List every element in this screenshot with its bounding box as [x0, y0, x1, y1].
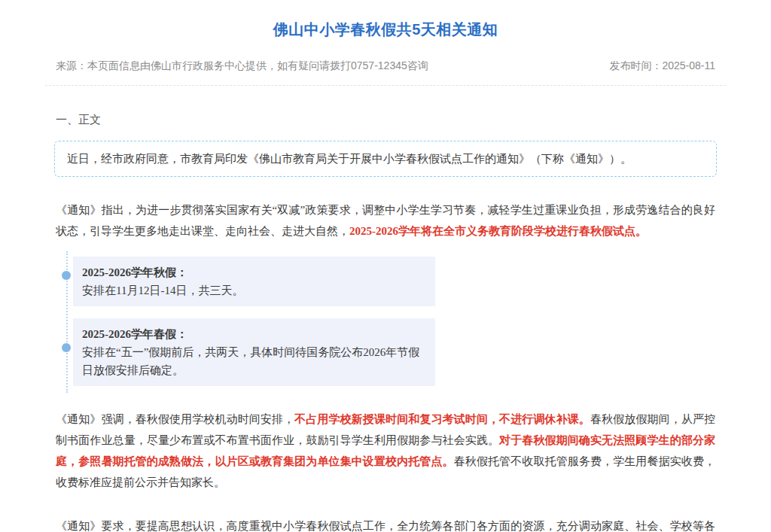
paragraph-2-highlight: 不占用学校新授课时间和复习考试时间，不进行调休补课。 — [294, 413, 590, 425]
paragraph-1-highlight: 2025-2026学年将在全市义务教育阶段学校进行春秋假试点。 — [349, 225, 647, 237]
paragraph-2-text: 《通知》强调，春秋假使用学校机动时间安排， — [56, 413, 294, 425]
source-text: 来源：本页面信息由佛山市行政服务中心提供，如有疑问请拨打0757-12345咨询 — [56, 59, 428, 73]
holiday-timeline: 2025-2026学年秋假： 安排在11月12日-14日，共三天。 2025-2… — [66, 257, 726, 386]
summary-quote-text: 近日，经市政府同意，市教育局印发《佛山市教育局关于开展中小学春秋假试点工作的通知… — [67, 153, 632, 165]
section-title: 一、正文 — [45, 113, 726, 127]
publish-time: 发布时间：2025-08-11 — [609, 59, 715, 73]
paragraph-1: 《通知》指出，为进一步贯彻落实国家有关“双减”政策要求，调整中小学生学习节奏，减… — [56, 199, 715, 242]
page-title: 佛山中小学春秋假共5天相关通知 — [45, 10, 726, 40]
paragraph-2: 《通知》强调，春秋假使用学校机动时间安排，不占用学校新授课时间和复习考试时间，不… — [56, 409, 715, 493]
meta-row: 来源：本页面信息由佛山市行政服务中心提供，如有疑问请拨打0757-12345咨询… — [45, 59, 726, 86]
timeline-item-title: 2025-2026学年秋假： — [82, 263, 423, 281]
timeline-item-autumn: 2025-2026学年秋假： 安排在11月12日-14日，共三天。 — [73, 257, 435, 306]
paragraph-3: 《通知》要求，要提高思想认识，高度重视中小学春秋假试点工作，全力统筹各部门各方面… — [56, 515, 715, 532]
timeline-item-spring: 2025-2026学年春假： 安排在“五一”假期前后，共两天，具体时间待国务院公… — [73, 318, 435, 386]
timeline-item-title: 2025-2026学年春假： — [82, 325, 423, 343]
timeline-item-desc: 安排在“五一”假期前后，共两天，具体时间待国务院公布2026年节假日放假安排后确… — [82, 343, 423, 379]
timeline-dot-icon — [62, 343, 71, 352]
summary-quote-box: 近日，经市政府同意，市教育局印发《佛山市教育局关于开展中小学春秋假试点工作的通知… — [54, 141, 717, 177]
timeline-item-desc: 安排在11月12日-14日，共三天。 — [82, 281, 423, 299]
paragraph-3-text: 《通知》要求，要提高思想认识，高度重视中小学春秋假试点工作，全力统筹各部门各方面… — [56, 520, 715, 532]
notice-page: 佛山中小学春秋假共5天相关通知 来源：本页面信息由佛山市行政服务中心提供，如有疑… — [45, 10, 726, 532]
timeline-dot-icon — [62, 271, 71, 280]
